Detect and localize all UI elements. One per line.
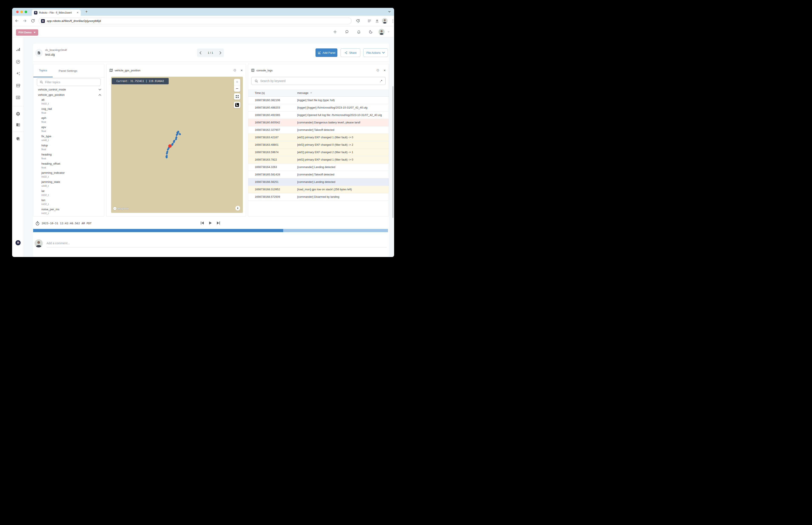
next-page-icon[interactable] [220,51,221,54]
column-message[interactable]: message✕ [297,91,384,94]
remove-column-icon[interactable]: ✕ [310,92,312,94]
current-position-chip: Current: 31.753411 | 119.914642 [112,78,169,84]
window-zoom-button[interactable] [25,11,27,13]
log-row[interactable]: 1698738163.42167[ekf2] primary EKF chang… [248,134,389,141]
settings-gear-icon[interactable] [15,111,20,116]
topic-field[interactable]: cog_radfloat [33,107,104,115]
log-row[interactable]: 1698738164.3263[commander] Landing detec… [248,164,389,171]
topic-field[interactable]: jamming_stateuint8_t [33,180,104,188]
topic-field[interactable]: headingfloat [33,152,104,160]
topic-field[interactable]: fix_typeuint8_t [33,134,104,142]
window-minimize-button[interactable] [20,11,23,13]
add-panel-button[interactable]: Add Panel [315,48,337,57]
window-close-button[interactable] [16,11,19,13]
log-row[interactable]: 1698738160.488203[logger] [logger] /fs/m… [248,104,389,111]
roboto-logo[interactable]: R [15,240,20,245]
search-icon [40,80,43,84]
filter-topics-input[interactable]: Filter topics [37,78,101,86]
map-info-button[interactable]: i [235,206,240,210]
log-row[interactable]: 1698738162.327907[commander] Takeoff det… [248,126,389,134]
topic-row[interactable]: vehicle_gps_position [33,92,104,97]
extensions-puzzle-icon[interactable] [355,18,360,24]
play-button[interactable] [208,221,213,225]
activity-bars-icon[interactable] [15,47,20,52]
new-tab-button[interactable]: + [84,9,89,14]
storefront-icon[interactable] [15,83,20,88]
panel-close-icon[interactable]: ✕ [240,69,243,72]
topic-field[interactable]: latint32_t [33,189,104,197]
map-satellite-toggle-button[interactable] [234,102,240,108]
sparkles-icon[interactable] [15,71,20,76]
column-time[interactable]: Time (s) [255,91,297,94]
fullscreen-arrows-icon [235,95,239,98]
chevron-up-icon[interactable] [99,94,101,96]
tab-search-chevron-icon[interactable] [387,10,392,14]
log-row[interactable]: 1698738160.600542[commander] Dangerous b… [248,119,389,126]
comment-input[interactable]: Add a comment... [46,239,387,247]
topic-field[interactable]: heading_offsetfloat [33,161,104,169]
map-zoom-out-button[interactable]: − [234,85,240,92]
user-avatar[interactable] [379,29,385,35]
field-name: jamming_indicator [41,170,104,175]
topic-field[interactable]: altint32_t [33,97,104,105]
topic-field[interactable]: ephfloat [33,116,104,124]
skip-to-start-button[interactable] [200,221,205,225]
file-actions-button[interactable]: File Actions [363,48,388,57]
account-chevron-down-icon[interactable] [386,29,392,35]
mapbox-attribution[interactable]: ◔ mapbox [113,207,129,210]
log-row[interactable]: 1698738163.48801[ekf2] primary EKF chang… [248,141,389,149]
log-row[interactable]: 1698738163.59674[ekf2] primary EKF chang… [248,149,389,156]
plus-icon[interactable] [332,29,338,35]
browser-tab[interactable]: R Roboto - File - fl_9t8ev1twe4 ✕ [32,10,81,16]
timeline-scrubber[interactable] [33,229,388,232]
log-row[interactable]: 1698738160.382106[logger] Start file log… [248,96,389,104]
log-row[interactable]: 1698738168.313952[load_mon] gps low on s… [248,186,389,193]
address-bar[interactable]: R app.roboto.ai/files/fl_dron8az2pjyoory… [39,18,352,24]
org-switcher-button[interactable]: PX4 Demo [16,29,38,36]
topic-field[interactable]: epvfloat [33,125,104,133]
tab-topics[interactable]: Topics [33,64,53,77]
skip-to-end-button[interactable] [216,221,221,225]
share-button[interactable]: Share [341,48,360,57]
panel-close-icon[interactable]: ✕ [383,69,386,72]
log-time: 1698738163.7822 [255,158,297,162]
compass-icon[interactable] [15,59,20,64]
prev-page-icon[interactable] [200,51,202,54]
topic-field[interactable]: noise_per_msint32_t [33,207,104,215]
browser-profile-avatar[interactable] [382,18,387,24]
chevron-down-icon[interactable] [99,89,101,90]
log-row[interactable]: 1698738163.7822[ekf2] primary EKF change… [248,156,389,164]
log-row[interactable]: 1698738168.572509[commander] Disarmed by… [248,193,389,201]
page-scrollbar[interactable] [393,86,394,218]
map-fullscreen-button[interactable] [234,93,240,100]
log-row[interactable]: 1698738165.581428[commander] Takeoff det… [248,171,389,178]
map-canvas[interactable]: Current: 31.753411 | 119.914642 + − ◔ ma… [111,77,243,213]
tab-close-icon[interactable]: ✕ [77,11,78,14]
topic-field[interactable]: hdopfloat [33,143,104,151]
log-search-input[interactable]: Search by keyword .* [251,77,386,85]
topic-field[interactable]: lonint32_t [33,198,104,206]
notifications-bell-icon[interactable] [356,29,362,35]
panel-settings-gear-icon[interactable]: ⚙ [376,68,380,73]
dark-mode-moon-icon[interactable] [368,29,374,35]
card-grid-icon[interactable] [15,95,20,100]
topic-row[interactable]: vehicle_control_mode [33,87,104,92]
panel-settings-gear-icon[interactable]: ⚙ [233,68,236,73]
reload-icon[interactable] [30,18,35,24]
log-message: [ekf2] primary EKF changed 0 (filter fau… [297,143,384,147]
log-row[interactable]: 1698738160.491565[logger] Opened full lo… [248,111,389,119]
download-icon[interactable] [374,18,380,24]
admin-shield-icon[interactable] [15,136,20,141]
search-icon[interactable] [344,29,350,35]
tab-panel-settings[interactable]: Panel Settings [55,64,81,77]
topics-panel: Topics Panel Settings Filter topics vehi… [33,64,104,216]
browser-menu-kebab-icon[interactable]: ⋮ [390,18,394,24]
topic-field[interactable]: jamming_indicatorint32_t [33,170,104,178]
toolbar-list-icon[interactable] [367,18,372,24]
documentation-book-icon[interactable] [15,122,20,127]
back-icon[interactable] [14,18,19,24]
map-zoom-in-button[interactable]: + [234,79,240,85]
forward-icon[interactable] [22,18,27,24]
regex-toggle-icon[interactable]: .* [380,79,382,82]
log-row[interactable]: 1698738166.56251[commander] Landing dete… [248,178,389,186]
